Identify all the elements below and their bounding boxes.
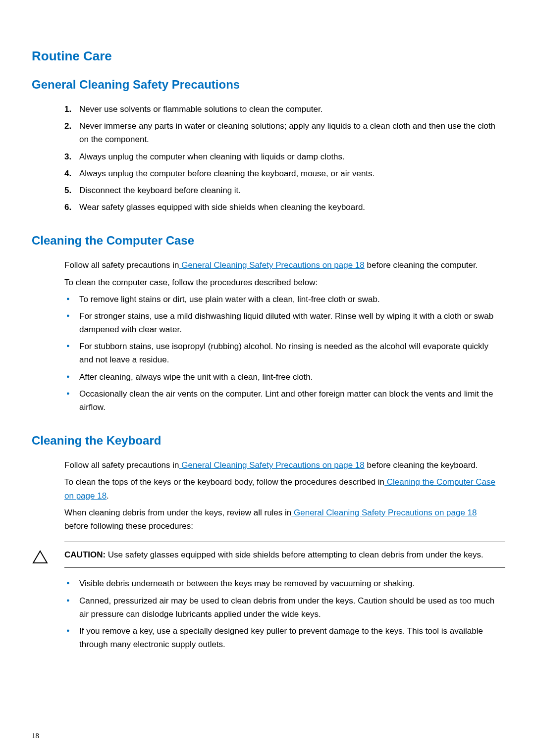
- keyboard-content: Follow all safety precautions in General…: [64, 458, 500, 533]
- caution-text-block: CAUTION: Use safety glasses equipped wit…: [64, 542, 505, 568]
- document-page: Routine Care General Cleaning Safety Pre…: [0, 0, 535, 756]
- list-item: 1.Never use solvents or flammable soluti…: [64, 102, 500, 116]
- link-precautions[interactable]: General Cleaning Safety Precautions on p…: [179, 460, 365, 470]
- list-item-text: Canned, pressurized air may be used to c…: [79, 596, 494, 619]
- list-item: To remove light stains or dirt, use plai…: [64, 293, 500, 306]
- keyboard-p1: Follow all safety precautions in General…: [64, 458, 500, 472]
- text-fragment: before cleaning the keyboard.: [365, 460, 478, 470]
- list-item: After cleaning, always wipe the unit wit…: [64, 370, 500, 384]
- section-heading-keyboard: Cleaning the Keyboard: [32, 434, 505, 448]
- case-content: Follow all safety precautions in General…: [64, 258, 500, 414]
- list-item: Occasionally clean the air vents on the …: [64, 387, 500, 414]
- text-fragment: before following these procedures:: [64, 521, 193, 531]
- link-precautions[interactable]: General Cleaning Safety Precautions on p…: [291, 508, 477, 517]
- list-item: 4.Always unplug the computer before clea…: [64, 167, 500, 180]
- list-item: Visible debris underneath or between the…: [64, 577, 500, 590]
- section-heading-precautions: General Cleaning Safety Precautions: [32, 78, 505, 92]
- caution-triangle-icon: [32, 550, 49, 566]
- case-procedures-intro: To clean the computer case, follow the p…: [64, 276, 500, 289]
- caution-box: CAUTION: Use safety glasses equipped wit…: [32, 542, 505, 568]
- list-item: 3.Always unplug the computer when cleani…: [64, 150, 500, 163]
- list-item: If you remove a key, use a specially des…: [64, 624, 500, 651]
- case-intro: Follow all safety precautions in General…: [64, 258, 500, 272]
- keyboard-bullets-block: Visible debris underneath or between the…: [64, 577, 500, 651]
- page-title: Routine Care: [32, 49, 505, 64]
- list-item-text: If you remove a key, use a specially des…: [79, 626, 483, 649]
- list-item-text: Wear safety glasses equipped with side s…: [79, 202, 365, 212]
- link-precautions[interactable]: General Cleaning Safety Precautions on p…: [179, 260, 365, 270]
- page-number: 18: [32, 732, 39, 740]
- list-item-text: Always unplug the computer before cleani…: [79, 169, 374, 178]
- list-item-text: Always unplug the computer when cleaning…: [79, 152, 345, 161]
- keyboard-bullets: Visible debris underneath or between the…: [64, 577, 500, 651]
- precautions-content: 1.Never use solvents or flammable soluti…: [64, 102, 500, 214]
- list-item: Canned, pressurized air may be used to c…: [64, 594, 500, 621]
- list-item-text: Never use solvents or flammable solution…: [79, 104, 322, 114]
- list-item-text: Occasionally clean the air vents on the …: [79, 389, 493, 412]
- list-item: 6. Wear safety glasses equipped with sid…: [64, 201, 500, 214]
- list-item-text: Never immerse any parts in water or clea…: [79, 121, 495, 144]
- keyboard-p2: To clean the tops of the keys or the key…: [64, 475, 500, 502]
- list-item: For stubborn stains, use isopropyl (rubb…: [64, 340, 500, 366]
- text-fragment: Follow all safety precautions in: [64, 260, 179, 270]
- caution-label: CAUTION:: [64, 550, 106, 559]
- case-bullets: To remove light stains or dirt, use plai…: [64, 293, 500, 414]
- caution-message: Use safety glasses equipped with side sh…: [106, 550, 483, 559]
- keyboard-p3: When cleaning debris from under the keys…: [64, 506, 500, 533]
- text-fragment: To clean the tops of the keys or the key…: [64, 477, 384, 487]
- svg-marker-0: [33, 551, 47, 563]
- precautions-list: 1.Never use solvents or flammable soluti…: [64, 102, 500, 214]
- text-fragment: before cleaning the computer.: [365, 260, 478, 270]
- section-heading-case: Cleaning the Computer Case: [32, 234, 505, 248]
- list-item: 2.Never immerse any parts in water or cl…: [64, 119, 500, 146]
- list-item-text: For stronger stains, use a mild dishwash…: [79, 311, 493, 334]
- text-fragment: When cleaning debris from under the keys…: [64, 508, 291, 517]
- list-item: 5.Disconnect the keyboard before cleanin…: [64, 184, 500, 197]
- list-item-text: For stubborn stains, use isopropyl (rubb…: [79, 342, 488, 364]
- list-item-text: To remove light stains or dirt, use plai…: [79, 295, 380, 304]
- list-item-text: After cleaning, always wipe the unit wit…: [79, 372, 313, 382]
- text-fragment: .: [107, 491, 109, 501]
- list-item-text: Disconnect the keyboard before cleaning …: [79, 186, 241, 195]
- list-item-text: Visible debris underneath or between the…: [79, 579, 415, 588]
- text-fragment: Follow all safety precautions in: [64, 460, 179, 470]
- list-item: For stronger stains, use a mild dishwash…: [64, 309, 500, 336]
